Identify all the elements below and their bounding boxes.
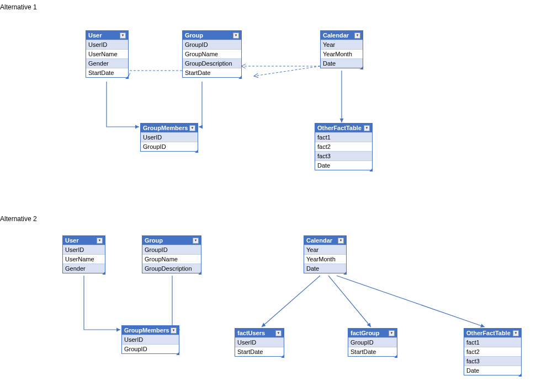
table-title: OtherFactTable [466,330,511,336]
table-row: Year [321,40,363,49]
table-row: UserID [122,335,179,344]
dropdown-icon[interactable]: ▼ [513,330,519,336]
table-group-alt1: Group ▼ GroupID GroupName GroupDescripti… [182,30,242,78]
table-row: Year [304,245,346,254]
table-row: Date [315,160,372,170]
table-row: fact3 [315,151,372,160]
table-calendar-alt2: Calendar ▼ Year YearMonth Date ◢ [304,235,347,273]
dropdown-icon[interactable]: ▼ [189,125,195,131]
table-group-alt2: Group ▼ GroupID GroupName GroupDescripti… [142,235,201,273]
table-header: factGroup ▼ [348,329,397,337]
table-header: Calendar ▼ [321,31,363,40]
dropdown-icon[interactable]: ▼ [364,125,370,131]
table-row: UserName [63,254,105,264]
table-header: Calendar ▼ [304,236,346,245]
table-title: GroupMembers [124,327,169,334]
dropdown-icon[interactable]: ▼ [233,33,239,39]
table-header: factUsers ▼ [235,329,284,337]
table-title: factUsers [237,330,265,336]
section-label-alt2: Alternative 2 [0,215,37,223]
table-otherfact-alt1: OtherFactTable ▼ fact1 fact2 fact3 Date … [315,123,373,170]
table-row: Date [321,58,363,68]
resize-handle-icon[interactable]: ◢ [238,74,242,78]
table-row: UserID [86,40,128,49]
table-row: UserName [86,49,128,58]
resize-handle-icon[interactable]: ◢ [360,65,363,68]
table-row: StartDate [86,68,128,77]
table-row: UserID [141,132,198,142]
table-row: fact1 [315,132,372,142]
resize-handle-icon[interactable]: ◢ [518,372,522,375]
table-row: fact2 [315,142,372,151]
resize-handle-icon[interactable]: ◢ [198,270,201,273]
dropdown-icon[interactable]: ▼ [120,33,126,39]
resize-handle-icon[interactable]: ◢ [102,270,105,273]
table-row: StartDate [183,68,241,77]
table-row: UserID [235,337,284,347]
table-row: Date [464,366,521,375]
table-row: YearMonth [304,254,346,264]
table-row: GroupDescription [142,264,201,273]
table-row: StartDate [235,347,284,356]
table-user-alt2: User ▼ UserID UserName Gender ◢ [62,235,105,273]
dropdown-icon[interactable]: ▼ [389,330,395,336]
table-row: fact1 [464,337,521,347]
dropdown-icon[interactable]: ▼ [354,33,360,39]
table-otherfact-alt2: OtherFactTable ▼ fact1 fact2 fact3 Date … [464,328,522,375]
table-title: Group [145,237,163,244]
table-title: Calendar [306,237,332,244]
table-header: Group ▼ [142,236,201,245]
table-groupmembers-alt1: GroupMembers ▼ UserID GroupID ◢ [140,123,198,152]
table-row: GroupID [122,344,179,353]
table-row: Gender [63,264,105,273]
table-title: User [65,237,78,244]
table-calendar-alt1: Calendar ▼ Year YearMonth Date ◢ [320,30,363,68]
table-row: GroupID [348,337,397,347]
table-header: GroupMembers ▼ [122,326,179,335]
table-title: GroupMembers [143,125,188,131]
table-title: Calendar [323,32,349,39]
table-header: User ▼ [86,31,128,40]
table-row: Date [304,264,346,273]
dropdown-icon[interactable]: ▼ [193,238,199,244]
table-title: User [88,32,102,39]
table-row: fact2 [464,347,521,356]
dropdown-icon[interactable]: ▼ [275,330,282,336]
table-title: OtherFactTable [317,125,362,131]
table-header: OtherFactTable ▼ [315,123,372,132]
table-header: Group ▼ [183,31,241,40]
resize-handle-icon[interactable]: ◢ [195,148,198,152]
table-row: GroupDescription [183,58,241,68]
resize-handle-icon[interactable]: ◢ [394,353,397,357]
resize-handle-icon[interactable]: ◢ [369,167,373,170]
resize-handle-icon[interactable]: ◢ [125,74,129,78]
table-user-alt1: User ▼ UserID UserName Gender StartDate … [86,30,129,78]
table-row: fact3 [464,356,521,366]
table-factusers-alt2: factUsers ▼ UserID StartDate ◢ [235,328,284,357]
table-header: User ▼ [63,236,105,245]
table-row: YearMonth [321,49,363,58]
resize-handle-icon[interactable]: ◢ [281,353,284,357]
table-row: Gender [86,58,128,68]
table-row: GroupName [183,49,241,58]
table-title: Group [185,32,203,39]
table-groupmembers-alt2: GroupMembers ▼ UserID GroupID ◢ [121,325,179,354]
table-row: GroupID [141,142,198,151]
table-header: GroupMembers ▼ [141,123,198,132]
table-header: OtherFactTable ▼ [464,329,521,337]
dropdown-icon[interactable]: ▼ [97,238,103,244]
resize-handle-icon[interactable]: ◢ [176,351,179,354]
table-row: GroupID [183,40,241,49]
dropdown-icon[interactable]: ▼ [338,238,344,244]
table-title: factGroup [350,330,380,336]
table-factgroup-alt2: factGroup ▼ GroupID StartDate ◢ [348,328,397,357]
table-row: GroupID [142,245,201,254]
table-row: UserID [63,245,105,254]
table-row: StartDate [348,347,397,356]
resize-handle-icon[interactable]: ◢ [343,270,347,273]
section-label-alt1: Alternative 1 [0,3,37,11]
table-row: GroupName [142,254,201,264]
dropdown-icon[interactable]: ▼ [171,327,177,334]
